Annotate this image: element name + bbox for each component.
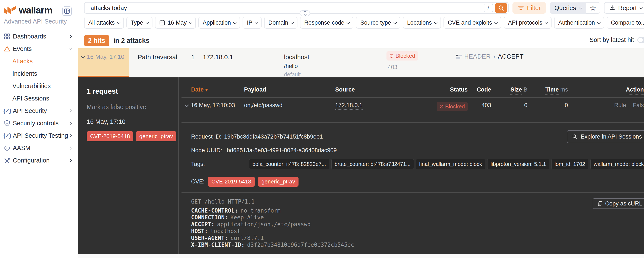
column-header-time[interactable]: Time ms (528, 86, 568, 93)
http-request-line: GET /hello HTTP/1.1 (191, 198, 644, 205)
detail-left-column: 1 request Mark as false positive 16 May,… (78, 77, 179, 254)
filter-chip-domain[interactable]: Domain (264, 17, 298, 29)
filter-chip-authentication[interactable]: Authentication (554, 17, 604, 29)
mark-false-positive-link[interactable]: Mark as false positive (87, 104, 178, 111)
request-source-cell[interactable]: 172.18.0.1 (335, 102, 436, 109)
chip-label: Locations (407, 20, 432, 26)
request-source-ip[interactable]: 172.18.0.1 (335, 102, 362, 110)
sidebar-item-api-security[interactable]: {✓} API Security (0, 105, 78, 117)
sort-toggle[interactable] (638, 37, 644, 43)
cve-row: CVE: CVE-2019-5418 generic_ptrav (191, 177, 644, 187)
chip-label: Type (131, 20, 143, 26)
filter-chip-date[interactable]: 16 May (155, 17, 196, 29)
attack-tag-badge[interactable]: generic_ptrav (136, 131, 176, 141)
filter-chip-cve-exploits[interactable]: CVE and exploits (444, 17, 501, 29)
toggle-knob (638, 38, 643, 42)
filter-chip-application[interactable]: Application (198, 17, 240, 29)
explore-api-sessions-button[interactable]: Explore in API Sessions (567, 130, 644, 143)
tag-chip[interactable]: libproton_version: 5.1.1 (487, 159, 549, 169)
wallarm-logo-icon (4, 6, 16, 15)
filter-chip-source-type[interactable]: Source type (356, 17, 400, 29)
column-header-date[interactable]: Date ▾ (191, 86, 244, 93)
sort-control: Sort by latest hit (590, 35, 644, 43)
sidebar-item-security-controls[interactable]: Security controls (0, 117, 78, 129)
queries-label: Queries (554, 5, 576, 12)
search-icon (498, 5, 504, 11)
chevron-down-icon (434, 21, 438, 24)
attack-tag-badge[interactable]: generic_ptrav (258, 177, 299, 187)
section-divider (182, 122, 644, 123)
attack-source-ip[interactable]: 172.18.0.1 (203, 54, 233, 61)
column-header-actions[interactable]: Actions (568, 86, 644, 93)
tags-row: Tags: bola_counter: i:478:f82823e7... br… (191, 159, 644, 169)
favorite-star-button[interactable]: ☆ (586, 2, 600, 14)
breadcrumb-separator: › (493, 53, 496, 60)
header-label: Code (477, 86, 491, 93)
node-uuid-label: Node UUID: (191, 147, 222, 154)
sidebar-item-events[interactable]: Events (0, 43, 78, 55)
filter-button[interactable]: Filter (512, 2, 546, 14)
tag-chip[interactable]: wallarm_mode: block (590, 159, 644, 169)
attack-status: Blocked 403 (386, 51, 418, 71)
chip-label: CVE and exploits (448, 20, 492, 26)
tools-icon (4, 157, 10, 163)
filter-chip-locations[interactable]: Locations (403, 17, 441, 29)
copy-icon (598, 201, 602, 206)
sidebar-item-configuration[interactable]: Configuration (0, 154, 78, 167)
request-date: 16 May, 17:10:03 (191, 102, 235, 109)
requests-table-header: Date ▾ Payload Source Status Code Size B… (191, 77, 644, 93)
collapse-search-pill[interactable] (300, 10, 310, 16)
sidebar-item-vulnerabilities[interactable]: Vulnerabilities (0, 80, 78, 92)
sidebar-item-dashboards[interactable]: Dashboards (0, 30, 78, 43)
download-icon (609, 5, 615, 11)
sidebar-item-attacks[interactable]: Attacks (0, 55, 78, 67)
rule-action[interactable]: Rule (614, 102, 626, 109)
http-header-line: HOST:localhost (191, 228, 644, 234)
tag-chip[interactable]: bola_counter: i:478:f82823e7... (249, 159, 329, 169)
sidebar-item-incidents[interactable]: Incidents (0, 67, 78, 80)
http-header-line: CONNECTION:Keep-Alive (191, 214, 644, 221)
cve-badge[interactable]: CVE-2019-5418 (87, 131, 133, 141)
sidebar-item-api-sessions[interactable]: API Sessions (0, 92, 78, 105)
sidebar-item-label: Attacks (12, 58, 33, 65)
chevron-down-icon (69, 47, 72, 50)
header-location-icon (456, 55, 462, 59)
main-area: / F (78, 0, 644, 263)
filter-chip-api-protocols[interactable]: API protocols (504, 17, 552, 29)
column-header-size[interactable]: Size B (491, 86, 528, 93)
tag-chip[interactable]: final_wallarm_mode: block (416, 159, 485, 169)
request-code: 403 (468, 102, 491, 109)
queries-dropdown[interactable]: Queries (550, 2, 586, 14)
filter-label: Filter (527, 5, 541, 12)
filter-chip-ip[interactable]: IP (242, 17, 262, 29)
filter-chip-compare-to[interactable]: Compare to... (607, 17, 644, 29)
attack-date-cell[interactable]: 16 May, 17:10 (78, 48, 130, 77)
collapse-sidebar-button[interactable] (62, 7, 72, 16)
calendar-icon (159, 20, 165, 26)
chevron-down-icon (233, 21, 236, 24)
attack-row[interactable]: 16 May, 17:10 Path traversal 1 172.18.0.… (78, 48, 644, 77)
sidebar-item-aasm[interactable]: AASM (0, 142, 78, 154)
false-action[interactable]: False (633, 102, 644, 109)
tags-label: Tags: (191, 161, 205, 167)
tag-chip[interactable]: brute_counter: b:478:a732471... (332, 159, 414, 169)
tag-chip[interactable]: lom_id: 1702 (551, 159, 588, 169)
request-date-cell[interactable]: 16 May, 17:10:03 (191, 102, 244, 109)
request-table-row[interactable]: 16 May, 17:10:03 on,/etc/passwd 172.18.0… (191, 98, 644, 111)
status-text: Blocked (445, 103, 465, 110)
sidebar-item-api-security-testing[interactable]: {✓} API Security Testing (0, 129, 78, 142)
sidebar-item-label: Vulnerabilities (12, 83, 50, 90)
header-label: Payload (244, 86, 266, 93)
request-id-label: Request ID: (191, 133, 222, 140)
search-input[interactable] (90, 4, 484, 12)
filter-chip-response-code[interactable]: Response code (300, 17, 354, 29)
filter-chip-type[interactable]: Type (126, 17, 152, 29)
filter-chip-all-attacks[interactable]: All attacks (84, 17, 124, 29)
copy-as-curl-button[interactable]: Copy as cURL (593, 198, 644, 209)
http-header-name: ACCEPT: (191, 221, 214, 227)
sort-desc-icon: ▾ (206, 87, 208, 93)
cve-badge[interactable]: CVE-2019-5418 (208, 177, 254, 187)
column-header-source: Source (335, 86, 436, 93)
report-button[interactable]: Report (604, 2, 644, 14)
search-button[interactable] (495, 3, 507, 13)
